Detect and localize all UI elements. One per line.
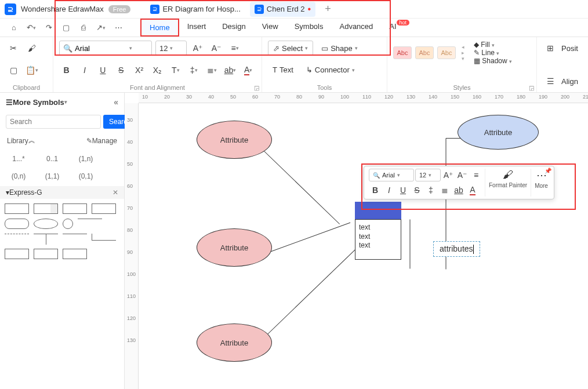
highlight-icon[interactable]: ab▾ <box>223 63 237 78</box>
float-font-size[interactable]: 12▾ <box>415 169 441 181</box>
font-family-select[interactable]: 🔍 ▾ <box>59 41 152 56</box>
italic-icon[interactable]: I <box>77 63 92 78</box>
edge[interactable] <box>260 223 350 256</box>
shape-rect[interactable] <box>34 203 58 214</box>
align-icon[interactable]: ≡ <box>470 169 482 181</box>
style-swatch[interactable]: Abc <box>437 46 456 59</box>
library-row[interactable]: Library ︽ ✎ Manage <box>0 132 124 149</box>
font-color-icon[interactable]: A <box>466 184 479 197</box>
underline-icon[interactable]: U <box>397 184 409 197</box>
float-format-painter[interactable]: 🖌 Format Painter <box>485 169 531 197</box>
paste-icon[interactable]: 📋▾ <box>24 63 39 78</box>
attribute-shape[interactable]: Attribute <box>197 228 272 267</box>
position-icon[interactable]: ⊞ <box>543 41 558 56</box>
cardinality-item[interactable]: (1,n) <box>73 152 99 165</box>
float-font-family[interactable]: 🔍Arial▾ <box>369 169 414 181</box>
close-icon[interactable]: ✕ <box>112 188 118 197</box>
attribute-shape[interactable]: Attribute <box>458 115 539 150</box>
font-color-icon[interactable]: A▾ <box>241 63 256 78</box>
menu-ai[interactable]: AIhot <box>381 19 418 37</box>
canvas[interactable]: Attribute Attribute Attribute Attribute … <box>139 103 588 389</box>
shadow-menu[interactable]: ▦ Shadow ▾ <box>474 57 512 65</box>
redo-icon[interactable]: ↷ <box>42 21 56 35</box>
format-painter-icon[interactable]: 🖌 <box>24 41 39 56</box>
shape-line[interactable] <box>78 219 102 219</box>
shape-ellipse[interactable] <box>34 219 58 229</box>
font-size-select[interactable]: 12 ▾ <box>155 41 187 56</box>
attribute-shape[interactable]: Attribute <box>197 121 272 159</box>
entity-body[interactable]: text text text <box>355 219 401 260</box>
cardinality-item[interactable]: (0,n) <box>6 170 31 183</box>
strike-icon[interactable]: S <box>411 184 423 197</box>
new-tab-button[interactable]: + <box>325 3 331 15</box>
collapse-icon[interactable]: « <box>114 97 118 107</box>
expand-icon[interactable]: ▾ <box>462 56 464 61</box>
menu-design[interactable]: Design <box>214 19 253 37</box>
decrease-font-icon[interactable]: A⁻ <box>209 41 224 56</box>
align-icon[interactable]: ≡▾ <box>227 41 242 56</box>
case-icon[interactable]: T▾ <box>168 63 183 78</box>
menu-advanced[interactable]: Advanced <box>331 19 381 37</box>
list-icon[interactable]: ≣▾ <box>205 63 219 78</box>
chevron-left-icon[interactable]: ◂ <box>462 44 464 50</box>
shape-rounded[interactable] <box>5 219 29 229</box>
cardinality-item[interactable]: (0,1) <box>73 170 99 183</box>
entity-header[interactable] <box>355 202 401 219</box>
shape-bracket[interactable] <box>92 234 116 241</box>
style-swatch[interactable]: Abc <box>415 46 434 59</box>
dialog-launcher-icon[interactable]: ◲ <box>529 85 534 91</box>
bullet-list-icon[interactable]: ≣ <box>438 184 451 197</box>
line-menu[interactable]: ✎ Line ▾ <box>474 49 512 57</box>
strike-icon[interactable]: S <box>114 63 128 78</box>
italic-icon[interactable]: I <box>383 184 395 197</box>
cut-icon[interactable]: ✂ <box>6 41 21 56</box>
pin-icon[interactable]: 📌 <box>545 168 551 174</box>
menu-symbols[interactable]: Symbols <box>286 19 332 37</box>
menu-home[interactable]: Home <box>140 19 179 37</box>
expressg-panel-header[interactable]: ▾ Express-G✕ <box>0 186 124 199</box>
more-icon[interactable]: ⋯ <box>111 21 125 35</box>
shape-rect[interactable] <box>5 203 29 214</box>
shape-tool[interactable]: ▭Shape▾ <box>317 41 362 56</box>
export-icon[interactable]: ↗▾ <box>94 21 108 35</box>
document-tab[interactable]: ⊇ ER Diagram for Hosp... <box>146 2 245 16</box>
text-editing-box[interactable]: attributes <box>433 241 480 257</box>
save-icon[interactable]: ▢ <box>59 21 73 35</box>
increase-font-icon[interactable]: A⁺ <box>190 41 205 56</box>
edge[interactable] <box>260 147 340 224</box>
align-objects-icon[interactable]: ☰ <box>543 74 558 89</box>
sidebar-header[interactable]: ☰ More Symbols▾ « <box>0 93 124 111</box>
style-swatch[interactable]: Abc <box>393 46 412 59</box>
bold-icon[interactable]: B <box>59 63 74 78</box>
line-spacing-icon[interactable]: ‡ <box>424 184 437 197</box>
search-input[interactable] <box>6 115 101 129</box>
connector-tool[interactable]: ↳Connector▾ <box>302 63 360 78</box>
undo-icon[interactable]: ↶▾ <box>24 21 38 35</box>
shape-rect[interactable] <box>63 203 87 214</box>
shape-rect[interactable] <box>34 249 58 259</box>
edge[interactable] <box>260 240 365 341</box>
shape-line[interactable] <box>63 234 87 234</box>
document-tab-active[interactable]: ⊇ Chen Erd 2 • <box>250 2 315 17</box>
font-family-input[interactable] <box>75 44 127 53</box>
dialog-launcher-icon[interactable]: ◲ <box>254 85 259 91</box>
home-icon[interactable]: ⌂ <box>7 21 21 35</box>
print-icon[interactable]: ⎙ <box>77 21 90 35</box>
align-menu[interactable]: Align <box>561 77 578 86</box>
underline-icon[interactable]: U <box>96 63 110 78</box>
menu-view[interactable]: View <box>254 19 286 37</box>
shape-t[interactable] <box>34 234 58 244</box>
text-tool[interactable]: TText <box>268 63 298 78</box>
fill-menu[interactable]: ◆ Fill ▾ <box>474 41 512 49</box>
shape-rect[interactable] <box>63 249 87 259</box>
cardinality-item[interactable]: (1,1) <box>39 170 65 183</box>
select-tool[interactable]: ⬀Select▾ <box>268 41 313 56</box>
bold-icon[interactable]: B <box>369 184 382 197</box>
shape-line[interactable] <box>5 234 29 234</box>
menu-insert[interactable]: Insert <box>179 19 215 37</box>
shape-rect[interactable] <box>92 203 116 214</box>
decrease-font-icon[interactable]: A⁻ <box>456 169 469 181</box>
edge[interactable] <box>410 220 411 269</box>
line-spacing-icon[interactable]: ‡▾ <box>187 63 201 78</box>
highlight-icon[interactable]: ab <box>452 184 465 197</box>
